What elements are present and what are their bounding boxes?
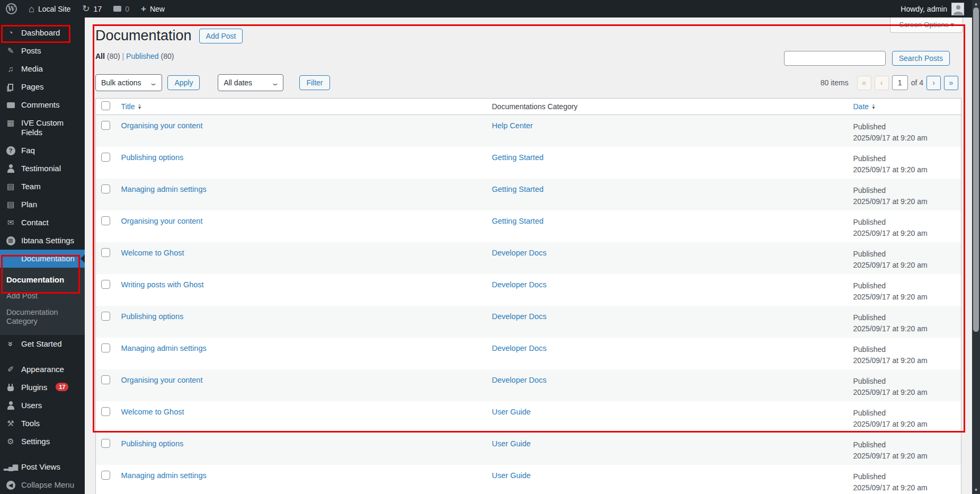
view-published-link[interactable]: Published (80) [126,52,174,60]
row-checkbox[interactable] [101,153,110,162]
post-title-link[interactable]: Organising your content [121,217,203,225]
sidebar-item-ive-custom-fields[interactable]: ▦IVE Custom Fields [0,114,85,142]
sidebar-item-settings[interactable]: ⚙Settings [0,433,85,451]
bulk-actions-select[interactable]: Bulk actions⌄ [95,74,162,91]
sidebar-subitem-documentation-category[interactable]: Documentation Category [0,304,85,330]
sidebar-subitem-documentation[interactable]: Documentation [0,271,85,288]
next-page-button[interactable]: › [926,76,941,90]
comments-menu[interactable]: 0 [108,0,135,17]
post-title-link[interactable]: Managing admin settings [121,185,207,193]
category-link[interactable]: Help Center [492,121,533,130]
page-scrollbar[interactable]: ▲ ▼ [972,0,980,494]
post-title-link[interactable]: Organising your content [121,121,203,130]
wp-logo-menu[interactable]: W [0,0,23,17]
row-checkbox[interactable] [101,439,110,448]
sidebar-item-contact[interactable]: ✉Contact [0,214,85,232]
row-checkbox[interactable] [101,280,110,289]
category-link[interactable]: Getting Started [492,185,544,193]
sidebar-item-testimonial[interactable]: Testimonial [0,160,85,178]
sidebar-item-faq[interactable]: ?Faq [0,142,85,160]
screen-options-tab[interactable]: Screen Options ▾ [890,17,963,33]
first-page-button[interactable]: « [857,76,871,90]
current-page-input[interactable] [892,75,908,90]
sidebar-item-users[interactable]: Users [0,396,85,414]
prev-page-button[interactable]: ‹ [875,76,889,90]
category-link[interactable]: Developer Docs [492,344,547,352]
post-date: 2025/09/17 at 9:20 am [853,260,956,271]
custom-fields-icon: ▦ [5,118,16,128]
category-link[interactable]: User Guide [492,408,531,416]
sidebar-item-pages[interactable]: Pages [0,78,85,96]
category-column-header: Documentations Category [487,99,848,115]
last-page-button[interactable]: » [944,76,958,90]
row-checkbox[interactable] [101,407,110,416]
table-row: Managing admin settingsDeveloper DocsPub… [96,338,961,369]
post-date: 2025/09/17 at 9:20 am [853,133,956,144]
scrollbar-thumb[interactable] [973,7,979,332]
post-title-link[interactable]: Writing posts with Ghost [121,280,204,289]
sidebar-item-label: Tools [21,419,40,428]
sidebar-subitem-add-post[interactable]: Add Post [0,288,85,304]
sidebar-item-dashboard[interactable]: ◔Dashboard [0,24,85,42]
scroll-up-icon[interactable]: ▲ [972,2,980,6]
post-status: Published [853,408,956,419]
apply-button[interactable]: Apply [167,75,200,90]
row-checkbox[interactable] [101,375,110,384]
sidebar-item-get-started[interactable]: »Get Started [0,335,85,353]
post-title-link[interactable]: Publishing options [121,153,184,162]
dates-filter-select[interactable]: All dates⌄ [218,74,283,91]
new-content-menu[interactable]: + New [135,0,171,17]
account-menu[interactable]: Howdy, admin [901,0,964,17]
filter-button[interactable]: Filter [299,75,329,90]
post-title-link[interactable]: Welcome to Ghost [121,408,184,416]
sidebar-item-post-views[interactable]: ▂▄▆Post Views [0,458,85,476]
category-link[interactable]: Developer Docs [492,249,547,257]
scroll-down-icon[interactable]: ▼ [972,488,980,492]
row-checkbox[interactable] [101,312,110,321]
select-all-checkbox[interactable] [101,101,110,110]
site-name-menu[interactable]: ⌂ Local Site [23,0,76,17]
media-icon: ♫ [5,64,16,74]
table-nav: Bulk actions⌄ Apply All dates⌄ Filter 80… [95,74,961,91]
search-posts-button[interactable]: Search Posts [892,51,950,66]
sort-by-date[interactable]: Date ▲▼ [853,102,876,111]
row-checkbox[interactable] [101,248,110,257]
post-title-link[interactable]: Managing admin settings [121,471,207,480]
sidebar-item-tools[interactable]: ⚒Tools [0,414,85,433]
sidebar-item-ibtana-settings[interactable]: ⊞Ibtana Settings [0,232,85,250]
category-link[interactable]: Developer Docs [492,376,547,384]
post-title-link[interactable]: Welcome to Ghost [121,249,184,257]
row-checkbox[interactable] [101,121,110,130]
category-link[interactable]: User Guide [492,439,531,448]
search-box: Search Posts [784,51,950,66]
sidebar-item-appearance[interactable]: ✐Appearance [0,360,85,378]
post-title-link[interactable]: Managing admin settings [121,344,207,352]
category-link[interactable]: User Guide [492,471,531,480]
post-title-link[interactable]: Publishing options [121,439,184,448]
sidebar-item-documentation[interactable]: Documentation [0,250,85,268]
updates-menu[interactable]: ↻ 17 [76,0,108,17]
row-checkbox[interactable] [101,471,110,480]
sidebar-item-collapse-menu[interactable]: ◀Collapse Menu [0,476,85,494]
sort-by-title[interactable]: Title ▲▼ [121,102,142,111]
row-checkbox[interactable] [101,216,110,225]
category-link[interactable]: Getting Started [492,153,544,162]
post-title-link[interactable]: Publishing options [121,312,184,321]
sidebar-item-posts[interactable]: ✎Posts [0,42,85,60]
row-checkbox[interactable] [101,184,110,193]
sidebar-item-comments[interactable]: Comments [0,96,85,114]
category-link[interactable]: Developer Docs [492,280,547,289]
category-link[interactable]: Developer Docs [492,312,547,321]
sidebar-item-team[interactable]: ▤Team [0,178,85,196]
category-link[interactable]: Getting Started [492,217,544,225]
add-post-button[interactable]: Add Post [199,29,243,43]
sidebar-item-label: Testimonial [21,164,61,173]
sidebar-item-media[interactable]: ♫Media [0,60,85,78]
table-row: Publishing optionsDeveloper DocsPublishe… [96,306,961,338]
search-input[interactable] [784,51,886,66]
row-checkbox[interactable] [101,343,110,352]
sidebar-item-plan[interactable]: ▤Plan [0,196,85,214]
view-all-link[interactable]: All (80) [95,52,120,60]
post-title-link[interactable]: Organising your content [121,376,203,384]
sidebar-item-plugins[interactable]: Plugins17 [0,378,85,396]
